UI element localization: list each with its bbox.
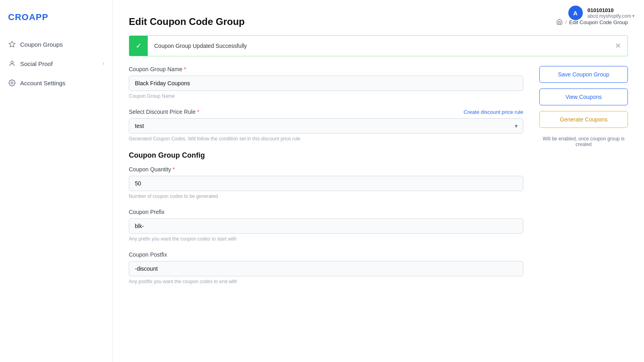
discount-rule-label: Select Discount Price Rule * [129,109,199,115]
alert-message: Coupon Group Updated Successfully [148,37,609,55]
star-icon [8,40,16,48]
avatar: A [568,6,583,20]
chevron-right-icon: › [103,61,104,66]
config-section-title: Coupon Group Config [129,151,523,160]
coupon-group-name-section: Coupon Group Name * Coupon Group Name [129,66,523,99]
alert-icon-bar: ✓ [129,36,148,56]
discount-rule-select-wrapper: test ▾ [129,118,523,134]
svg-point-1 [11,61,13,64]
coupon-quantity-section: Coupon Quantity * Number of coupon codes… [129,166,523,199]
page-title: Edit Coupon Code Group [129,16,245,27]
coupon-postfix-section: Coupon Postfix Any postfix you want the … [129,251,523,284]
save-coupon-group-button[interactable]: Save Coupon Group [539,66,628,83]
view-coupons-button[interactable]: View Coupons [539,88,628,105]
person-icon [8,60,16,68]
generate-coupons-button[interactable]: Generate Coupons [539,111,628,128]
create-discount-link[interactable]: Create discount price rule [464,109,523,115]
check-icon: ✓ [136,41,142,50]
generate-note: Will be enabled, once coupon group is cr… [539,136,628,147]
sidebar-item-coupon-groups[interactable]: Coupon Groups [0,35,112,54]
discount-rule-header: Select Discount Price Rule * Create disc… [129,109,523,115]
coupon-postfix-label: Coupon Postfix [129,251,523,258]
svg-marker-0 [9,41,15,47]
top-bar: A 010101010 abcd.myshopify.com ▾ [559,0,644,26]
main-content: A 010101010 abcd.myshopify.com ▾ Edit Co… [113,0,644,362]
coupon-group-name-hint: Coupon Group Name [129,93,523,99]
chevron-down-icon: ▾ [632,14,634,18]
coupon-prefix-input[interactable] [129,218,523,234]
discount-rule-select[interactable]: test [129,118,523,134]
discount-rule-section: Select Discount Price Rule * Create disc… [129,109,523,142]
coupon-quantity-label: Coupon Quantity * [129,166,523,173]
required-marker: * [197,109,199,115]
sidebar-item-social-proof[interactable]: Social Proof › [0,54,112,73]
page-header: Edit Coupon Code Group / Edit Coupon Cod… [129,16,628,27]
user-info: 010101010 abcd.myshopify.com ▾ [588,7,635,19]
coupon-prefix-label: Coupon Prefix [129,209,523,215]
app-logo: CROAPP [0,8,112,35]
user-id: 010101010 [588,7,635,13]
required-marker: * [173,166,175,173]
sidebar-nav: Coupon Groups Social Proof › Account Set… [0,35,112,93]
coupon-group-name-input[interactable] [129,76,523,91]
coupon-quantity-input[interactable] [129,176,523,191]
coupon-prefix-section: Coupon Prefix Any prefix you want the co… [129,209,523,242]
page-title-area: Edit Coupon Code Group [129,16,245,27]
alert-close-button[interactable]: ✕ [609,36,627,56]
required-marker: * [184,66,186,72]
coupon-prefix-hint: Any prefix you want the coupon codes to … [129,236,523,242]
user-store[interactable]: abcd.myshopify.com ▾ [588,13,635,19]
sidebar: CROAPP Coupon Groups Social Proof › [0,0,113,362]
gear-icon [8,79,16,87]
actions-column: Save Coupon Group View Coupons Generate … [539,66,628,294]
coupon-group-name-label: Coupon Group Name * [129,66,523,72]
coupon-postfix-hint: Any postfix you want the coupon codes to… [129,279,523,284]
discount-rule-hint: Generated Coupon Codes, Will follow the … [129,136,523,142]
svg-point-2 [11,82,13,84]
coupon-quantity-hint: Number of coupon codes to be generated [129,193,523,199]
content-wrapper: Coupon Group Name * Coupon Group Name Se… [129,66,628,294]
coupon-postfix-input[interactable] [129,261,523,276]
form-column: Coupon Group Name * Coupon Group Name Se… [129,66,523,294]
sidebar-item-account-settings[interactable]: Account Settings [0,73,112,93]
success-alert: ✓ Coupon Group Updated Successfully ✕ [129,35,628,56]
